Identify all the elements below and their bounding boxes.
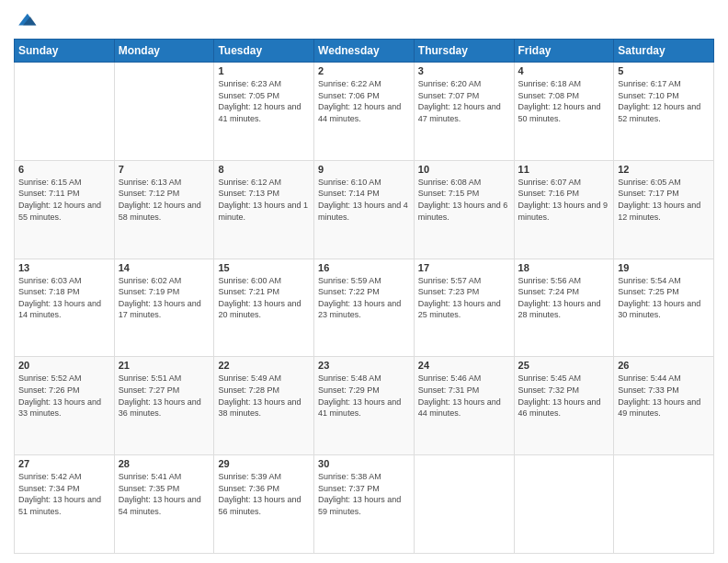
- day-number: 15: [218, 262, 310, 273]
- calendar-day-header: Tuesday: [214, 40, 314, 63]
- calendar-cell: 27Sunrise: 5:42 AM Sunset: 7:34 PM Dayli…: [15, 455, 115, 554]
- calendar-cell: 29Sunrise: 5:39 AM Sunset: 7:36 PM Dayli…: [214, 455, 314, 554]
- day-number: 22: [218, 360, 310, 371]
- calendar-cell: [614, 455, 714, 554]
- day-info: Sunrise: 5:46 AM Sunset: 7:31 PM Dayligh…: [418, 373, 510, 419]
- header: [14, 9, 714, 31]
- calendar-cell: 10Sunrise: 6:08 AM Sunset: 7:15 PM Dayli…: [414, 160, 514, 259]
- day-info: Sunrise: 5:52 AM Sunset: 7:26 PM Dayligh…: [18, 373, 110, 419]
- day-info: Sunrise: 5:57 AM Sunset: 7:23 PM Dayligh…: [418, 275, 510, 321]
- calendar-cell: 2Sunrise: 6:22 AM Sunset: 7:06 PM Daylig…: [314, 63, 415, 161]
- calendar-cell: 25Sunrise: 5:45 AM Sunset: 7:32 PM Dayli…: [514, 357, 614, 455]
- day-info: Sunrise: 6:15 AM Sunset: 7:11 PM Dayligh…: [18, 177, 110, 223]
- calendar-day-header: Friday: [514, 40, 614, 63]
- calendar-cell: 21Sunrise: 5:51 AM Sunset: 7:27 PM Dayli…: [114, 357, 214, 455]
- calendar-day-header: Sunday: [15, 40, 115, 63]
- day-number: 7: [119, 164, 210, 175]
- calendar-cell: 14Sunrise: 6:02 AM Sunset: 7:19 PM Dayli…: [114, 259, 214, 357]
- calendar-cell: 8Sunrise: 6:12 AM Sunset: 7:13 PM Daylig…: [214, 160, 314, 259]
- day-info: Sunrise: 6:17 AM Sunset: 7:10 PM Dayligh…: [618, 78, 710, 124]
- calendar-cell: 3Sunrise: 6:20 AM Sunset: 7:07 PM Daylig…: [414, 63, 514, 161]
- day-number: 10: [418, 164, 510, 175]
- day-number: 25: [518, 360, 610, 371]
- day-info: Sunrise: 6:18 AM Sunset: 7:08 PM Dayligh…: [518, 78, 610, 124]
- logo-icon: [16, 9, 38, 31]
- day-info: Sunrise: 5:59 AM Sunset: 7:22 PM Dayligh…: [318, 275, 410, 321]
- calendar-cell: 9Sunrise: 6:10 AM Sunset: 7:14 PM Daylig…: [314, 160, 415, 259]
- day-number: 12: [618, 164, 710, 175]
- calendar-week-row: 27Sunrise: 5:42 AM Sunset: 7:34 PM Dayli…: [15, 455, 714, 554]
- calendar-header-row: SundayMondayTuesdayWednesdayThursdayFrid…: [15, 40, 714, 63]
- day-number: 6: [18, 164, 110, 175]
- calendar-cell: 13Sunrise: 6:03 AM Sunset: 7:18 PM Dayli…: [15, 259, 115, 357]
- day-info: Sunrise: 5:45 AM Sunset: 7:32 PM Dayligh…: [518, 373, 610, 419]
- day-number: 18: [518, 262, 610, 273]
- calendar-cell: 1Sunrise: 6:23 AM Sunset: 7:05 PM Daylig…: [214, 63, 314, 161]
- calendar-week-row: 13Sunrise: 6:03 AM Sunset: 7:18 PM Dayli…: [15, 259, 714, 357]
- day-info: Sunrise: 6:12 AM Sunset: 7:13 PM Dayligh…: [218, 177, 310, 223]
- calendar-cell: [114, 63, 214, 161]
- day-number: 27: [18, 458, 110, 469]
- day-number: 14: [119, 262, 210, 273]
- day-number: 19: [618, 262, 710, 273]
- day-number: 21: [119, 360, 210, 371]
- calendar-week-row: 20Sunrise: 5:52 AM Sunset: 7:26 PM Dayli…: [15, 357, 714, 455]
- day-number: 16: [318, 262, 410, 273]
- day-number: 23: [318, 360, 410, 371]
- day-number: 3: [418, 65, 510, 76]
- day-info: Sunrise: 5:49 AM Sunset: 7:28 PM Dayligh…: [218, 373, 310, 419]
- page: SundayMondayTuesdayWednesdayThursdayFrid…: [0, 0, 728, 563]
- day-info: Sunrise: 6:13 AM Sunset: 7:12 PM Dayligh…: [119, 177, 210, 223]
- day-info: Sunrise: 6:00 AM Sunset: 7:21 PM Dayligh…: [218, 275, 310, 321]
- calendar-cell: 22Sunrise: 5:49 AM Sunset: 7:28 PM Dayli…: [214, 357, 314, 455]
- calendar-cell: [414, 455, 514, 554]
- day-info: Sunrise: 5:39 AM Sunset: 7:36 PM Dayligh…: [218, 471, 310, 517]
- day-info: Sunrise: 6:22 AM Sunset: 7:06 PM Dayligh…: [318, 78, 410, 124]
- day-number: 9: [318, 164, 410, 175]
- calendar-cell: 6Sunrise: 6:15 AM Sunset: 7:11 PM Daylig…: [15, 160, 115, 259]
- day-info: Sunrise: 6:03 AM Sunset: 7:18 PM Dayligh…: [18, 275, 110, 321]
- calendar-day-header: Wednesday: [314, 40, 415, 63]
- calendar-cell: 26Sunrise: 5:44 AM Sunset: 7:33 PM Dayli…: [614, 357, 714, 455]
- calendar-cell: 30Sunrise: 5:38 AM Sunset: 7:37 PM Dayli…: [314, 455, 415, 554]
- day-info: Sunrise: 5:38 AM Sunset: 7:37 PM Dayligh…: [318, 471, 410, 517]
- calendar-cell: [514, 455, 614, 554]
- day-number: 20: [18, 360, 110, 371]
- calendar-table: SundayMondayTuesdayWednesdayThursdayFrid…: [14, 39, 714, 554]
- calendar-cell: 19Sunrise: 5:54 AM Sunset: 7:25 PM Dayli…: [614, 259, 714, 357]
- calendar-cell: 15Sunrise: 6:00 AM Sunset: 7:21 PM Dayli…: [214, 259, 314, 357]
- day-number: 8: [218, 164, 310, 175]
- calendar-cell: 5Sunrise: 6:17 AM Sunset: 7:10 PM Daylig…: [614, 63, 714, 161]
- calendar-cell: 12Sunrise: 6:05 AM Sunset: 7:17 PM Dayli…: [614, 160, 714, 259]
- calendar-cell: 16Sunrise: 5:59 AM Sunset: 7:22 PM Dayli…: [314, 259, 415, 357]
- day-number: 11: [518, 164, 610, 175]
- calendar-cell: 24Sunrise: 5:46 AM Sunset: 7:31 PM Dayli…: [414, 357, 514, 455]
- calendar-cell: [15, 63, 115, 161]
- day-number: 5: [618, 65, 710, 76]
- calendar-cell: 18Sunrise: 5:56 AM Sunset: 7:24 PM Dayli…: [514, 259, 614, 357]
- day-info: Sunrise: 5:42 AM Sunset: 7:34 PM Dayligh…: [18, 471, 110, 517]
- day-number: 29: [218, 458, 310, 469]
- calendar-cell: 7Sunrise: 6:13 AM Sunset: 7:12 PM Daylig…: [114, 160, 214, 259]
- day-number: 24: [418, 360, 510, 371]
- day-number: 1: [218, 65, 310, 76]
- day-info: Sunrise: 6:10 AM Sunset: 7:14 PM Dayligh…: [318, 177, 410, 223]
- calendar-cell: 4Sunrise: 6:18 AM Sunset: 7:08 PM Daylig…: [514, 63, 614, 161]
- day-number: 26: [618, 360, 710, 371]
- calendar-day-header: Monday: [114, 40, 214, 63]
- day-info: Sunrise: 5:44 AM Sunset: 7:33 PM Dayligh…: [618, 373, 710, 419]
- day-info: Sunrise: 5:51 AM Sunset: 7:27 PM Dayligh…: [119, 373, 210, 419]
- day-info: Sunrise: 6:20 AM Sunset: 7:07 PM Dayligh…: [418, 78, 510, 124]
- calendar-cell: 17Sunrise: 5:57 AM Sunset: 7:23 PM Dayli…: [414, 259, 514, 357]
- logo: [14, 9, 38, 31]
- day-info: Sunrise: 5:48 AM Sunset: 7:29 PM Dayligh…: [318, 373, 410, 419]
- day-number: 30: [318, 458, 410, 469]
- day-info: Sunrise: 6:07 AM Sunset: 7:16 PM Dayligh…: [518, 177, 610, 223]
- day-number: 13: [18, 262, 110, 273]
- calendar-cell: 23Sunrise: 5:48 AM Sunset: 7:29 PM Dayli…: [314, 357, 415, 455]
- day-info: Sunrise: 6:08 AM Sunset: 7:15 PM Dayligh…: [418, 177, 510, 223]
- calendar-day-header: Thursday: [414, 40, 514, 63]
- day-number: 17: [418, 262, 510, 273]
- calendar-cell: 20Sunrise: 5:52 AM Sunset: 7:26 PM Dayli…: [15, 357, 115, 455]
- day-number: 4: [518, 65, 610, 76]
